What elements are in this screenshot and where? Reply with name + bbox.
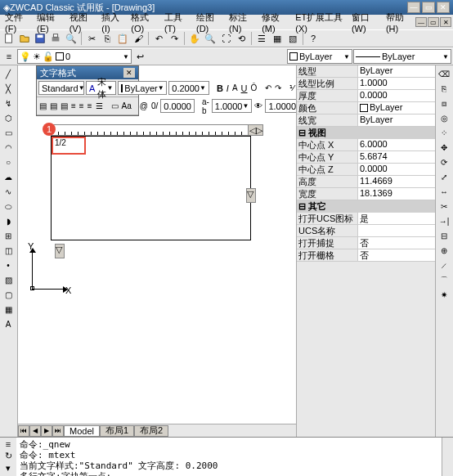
tool-palette-icon[interactable]: ▧: [285, 31, 300, 46]
property-value[interactable]: 6.0000: [358, 139, 435, 150]
text-ruler[interactable]: ◁▷: [51, 124, 263, 136]
tab-next[interactable]: ▶: [41, 425, 52, 437]
property-value[interactable]: 否: [358, 249, 435, 261]
offset-icon[interactable]: ◎: [437, 111, 451, 125]
property-value[interactable]: ByLayer: [358, 115, 435, 126]
layer-mgr-icon[interactable]: ≡: [2, 49, 16, 64]
cmd-clear-icon[interactable]: ▾: [6, 463, 11, 474]
numbering-icon[interactable]: ☰: [95, 99, 104, 113]
stretch-icon[interactable]: ↔: [437, 185, 451, 199]
height-grip[interactable]: ▽: [55, 244, 65, 258]
property-row[interactable]: 高度11.4669: [297, 176, 435, 188]
scale-icon[interactable]: ⤢: [437, 170, 451, 184]
print-icon[interactable]: [48, 31, 63, 46]
tab-prev[interactable]: ◀: [29, 425, 41, 437]
erase-icon[interactable]: ⌫: [437, 67, 451, 81]
redo-icon[interactable]: ↷: [167, 31, 182, 46]
hatch-icon[interactable]: ▨: [1, 273, 16, 287]
open-icon[interactable]: [17, 31, 32, 46]
command-history[interactable]: 命令:_qnew 命令: mtext 当前文字样式:"Standard" 文字高…: [16, 438, 442, 476]
ellipse-icon[interactable]: ⬭: [1, 200, 16, 213]
table-icon[interactable]: ▦: [1, 303, 16, 317]
cmd-history-icon[interactable]: ≡: [6, 439, 11, 449]
underline-button[interactable]: U: [240, 81, 249, 95]
text-style-combo[interactable]: Standard▼: [38, 81, 84, 95]
property-row[interactable]: 中心点 X6.0000: [297, 139, 435, 151]
property-value[interactable]: 11.4669: [358, 176, 435, 187]
property-value[interactable]: ByLayer: [358, 65, 435, 77]
property-value[interactable]: ByLayer: [358, 102, 435, 114]
copy-obj-icon[interactable]: ⎘: [437, 82, 451, 96]
property-row[interactable]: UCS名称: [297, 225, 435, 237]
close-button[interactable]: ✕: [437, 2, 450, 13]
align-tr-icon[interactable]: ▤: [60, 99, 69, 113]
doc-restore[interactable]: ▭: [428, 17, 439, 27]
chamfer-icon[interactable]: ⟋: [437, 258, 451, 272]
zoom-win-icon[interactable]: ⛶: [218, 31, 233, 46]
save-icon[interactable]: [33, 31, 47, 46]
mirror-icon[interactable]: ⧈: [437, 97, 451, 110]
text-font-combo[interactable]: A 宋体▼: [86, 81, 116, 95]
property-value[interactable]: 否: [358, 237, 435, 249]
zoom-rt-icon[interactable]: 🔍: [203, 31, 218, 46]
property-value[interactable]: 是: [358, 213, 435, 224]
property-value[interactable]: 0.0000: [358, 164, 435, 175]
undo-text-button[interactable]: ↶: [264, 81, 272, 95]
align-ml-icon[interactable]: ≡: [70, 99, 77, 113]
revcloud-icon[interactable]: ☁: [1, 170, 16, 184]
explode-icon[interactable]: ✷: [437, 288, 451, 302]
region-icon[interactable]: ▢: [1, 288, 16, 302]
color-combo[interactable]: ByLayer ▼: [287, 49, 352, 64]
design-center-icon[interactable]: ▦: [270, 31, 285, 46]
arc-icon[interactable]: ◠: [1, 141, 16, 155]
extend-icon[interactable]: →|: [437, 214, 451, 228]
text-format-titlebar[interactable]: 文字格式 ✕: [37, 66, 138, 79]
command-scrollbar[interactable]: [442, 438, 453, 476]
tab-layout1[interactable]: 布局1: [100, 425, 134, 437]
text-height-combo[interactable]: 0.2000▼: [168, 81, 209, 95]
property-value[interactable]: 18.1369: [358, 188, 435, 200]
linetype-combo[interactable]: ByLayer ▼: [353, 49, 451, 64]
cut-icon[interactable]: ✂: [84, 31, 99, 46]
rotate-icon[interactable]: ⟳: [437, 155, 451, 169]
menu-help[interactable]: 帮助(H): [383, 11, 414, 34]
pan-icon[interactable]: ✋: [187, 31, 202, 46]
oblique-input[interactable]: 0.0000: [160, 99, 195, 113]
undo-icon[interactable]: ↶: [151, 31, 166, 46]
prop-group-view[interactable]: ⊟视图: [297, 127, 435, 139]
uppercase-icon[interactable]: Aa: [121, 99, 132, 113]
property-row[interactable]: 宽度18.1369: [297, 188, 435, 200]
align-tc-icon[interactable]: ▤: [49, 99, 58, 113]
width-factor-icon[interactable]: 👁: [253, 99, 263, 113]
tab-first[interactable]: ⏮: [18, 425, 29, 437]
property-row[interactable]: 线型ByLayer: [297, 65, 435, 78]
stack-button[interactable]: ⅟: [289, 81, 295, 95]
layer-prev-icon[interactable]: ↩: [132, 49, 147, 64]
redo-text-button[interactable]: ↷: [274, 81, 282, 95]
property-row[interactable]: 厚度0.0000: [297, 90, 435, 102]
break-icon[interactable]: ⊟: [437, 229, 451, 243]
bold-button[interactable]: B: [216, 81, 224, 95]
property-row[interactable]: 线型比例1.0000: [297, 78, 435, 90]
point-icon[interactable]: •: [1, 258, 16, 272]
drawing-canvas[interactable]: 文字格式 ✕ Standard▼ A 宋体▼ ByLayer▼ 0.2000▼ …: [18, 65, 296, 437]
font-button[interactable]: A: [231, 81, 239, 95]
line-icon[interactable]: ╱: [1, 67, 16, 81]
width-combo[interactable]: 1.0000▼: [265, 99, 296, 113]
tracking-combo[interactable]: 1.0000▼: [212, 99, 253, 113]
zoom-prev-icon[interactable]: ⟲: [234, 31, 249, 46]
circle-icon[interactable]: ○: [1, 155, 16, 169]
fillet-icon[interactable]: ⌒: [437, 273, 451, 287]
cmd-recent-icon[interactable]: ↻: [5, 451, 12, 461]
symbol-icon[interactable]: @: [139, 99, 149, 113]
prop-group-other[interactable]: ⊟其它: [297, 200, 435, 213]
props-icon[interactable]: ☰: [254, 31, 269, 46]
property-row[interactable]: 线宽ByLayer: [297, 115, 435, 127]
property-row[interactable]: 打开UCS图标是: [297, 213, 435, 225]
doc-close[interactable]: ✕: [440, 17, 451, 27]
move-icon[interactable]: ✥: [437, 141, 451, 155]
trim-icon[interactable]: ✂: [437, 200, 451, 213]
property-row[interactable]: 颜色ByLayer: [297, 102, 435, 115]
align-mc-icon[interactable]: ≡: [78, 99, 85, 113]
align-tl-icon[interactable]: ▤: [38, 99, 47, 113]
